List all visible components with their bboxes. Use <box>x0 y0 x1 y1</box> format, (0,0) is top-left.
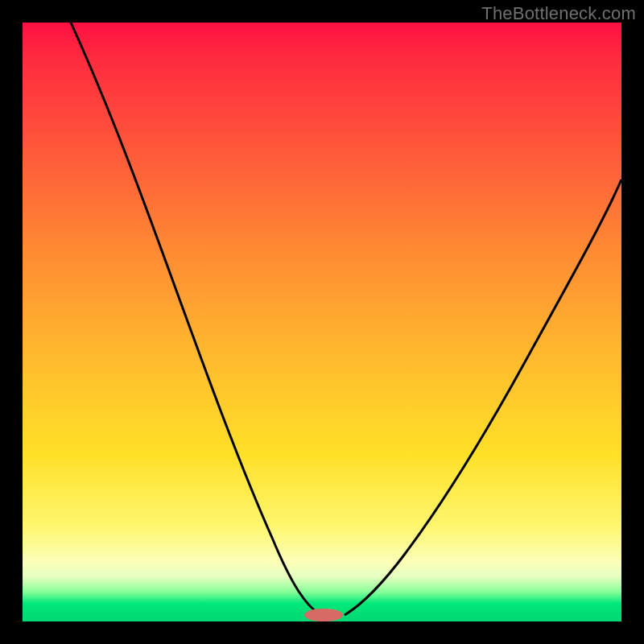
chart-frame: TheBottleneck.com <box>0 0 644 644</box>
curve-right <box>345 180 621 615</box>
plot-area <box>23 23 621 621</box>
curve-layer <box>23 23 621 621</box>
valley-marker <box>304 609 343 621</box>
watermark-text: TheBottleneck.com <box>481 3 636 24</box>
curve-left <box>71 23 320 615</box>
